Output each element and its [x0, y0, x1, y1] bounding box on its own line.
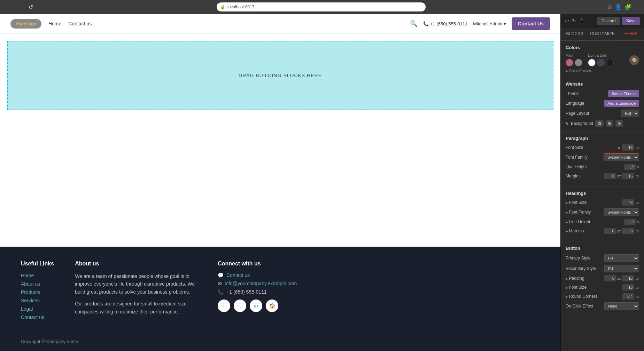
color-swatch-darkest[interactable]: [606, 59, 614, 66]
colors-row: Main Light & Dark 🎨: [566, 54, 639, 66]
connect-email-link[interactable]: info@yourcompany.example.com: [225, 281, 297, 286]
back-button[interactable]: ←: [4, 2, 14, 12]
paragraph-font-size-expand[interactable]: [618, 145, 621, 150]
color-swatch-pink[interactable]: [566, 59, 573, 66]
light-dark-label: Light & Dark: [588, 54, 614, 57]
browser-nav-buttons: ← → ↺: [4, 2, 35, 12]
button-font-size-label[interactable]: Font Size: [566, 285, 587, 290]
headings-margin-bottom-input[interactable]: [622, 228, 634, 234]
headings-line-height-input[interactable]: [624, 219, 636, 225]
color-swatch-gray[interactable]: [575, 59, 582, 66]
paragraph-line-height-row: Line Height ×: [566, 164, 639, 170]
button-padding-row: Padding px px: [566, 275, 639, 281]
button-round-corners-unit: px: [635, 295, 639, 298]
button-font-size-input[interactable]: [622, 284, 634, 290]
redo-icon[interactable]: ↻: [572, 18, 576, 24]
tab-customize[interactable]: CUSTOMIZE: [589, 28, 616, 40]
address-bar[interactable]: 🔒 localhost:8017: [217, 2, 426, 11]
logo-oval: YourLogo: [10, 19, 41, 29]
search-icon[interactable]: 🔍: [410, 20, 418, 27]
main-color-swatches: [566, 59, 582, 66]
save-button[interactable]: Save: [622, 17, 640, 25]
footer-useful-links-title: Useful Links: [21, 261, 54, 267]
link-about[interactable]: About us: [21, 281, 40, 287]
button-round-corners-input[interactable]: [622, 293, 634, 300]
headings-font-size-label[interactable]: Font Size: [566, 200, 587, 205]
paragraph-font-family-select[interactable]: System Fonts: [604, 153, 639, 161]
link-products[interactable]: Products: [21, 289, 40, 295]
main-colors-label: Main: [566, 54, 582, 57]
paragraph-line-height-input[interactable]: [624, 164, 636, 170]
headings-font-family-select[interactable]: System Fonts: [604, 208, 639, 216]
colors-title: Colors: [566, 45, 639, 50]
headings-font-size-input[interactable]: [622, 199, 634, 206]
list-item: Products: [21, 289, 54, 295]
link-services[interactable]: Services: [21, 298, 40, 303]
headings-margins-label[interactable]: Margins: [566, 229, 584, 233]
tab-blocks[interactable]: BLOCKS: [561, 28, 589, 40]
paragraph-margin-bottom-input[interactable]: [622, 173, 634, 179]
headings-line-height-label[interactable]: Line Height: [566, 220, 590, 224]
tab-theme[interactable]: THEME: [616, 28, 644, 40]
button-padding-h-input[interactable]: [622, 275, 634, 281]
linkedin-icon[interactable]: in: [250, 300, 262, 312]
home-icon[interactable]: 🏠: [266, 300, 278, 312]
twitter-icon[interactable]: t: [234, 300, 246, 312]
footer-main: Useful Links Home About us Products Serv…: [21, 261, 540, 322]
email-icon: ✉: [218, 281, 222, 286]
connect-contact-link[interactable]: Contact us: [226, 272, 250, 278]
discard-button[interactable]: Discard: [597, 17, 620, 25]
headings-font-family-label[interactable]: Font Family: [566, 210, 591, 215]
link-home[interactable]: Home: [21, 273, 34, 278]
page-layout-select[interactable]: Full: [621, 110, 639, 117]
facebook-icon[interactable]: f: [218, 300, 230, 312]
button-primary-style-select[interactable]: Fill: [604, 254, 639, 262]
link-contact[interactable]: Contact us: [21, 314, 44, 320]
button-round-corners-label[interactable]: Round Corners: [566, 294, 597, 299]
button-font-size-row: Font Size px: [566, 284, 639, 290]
bookmark-icon[interactable]: ☆: [607, 4, 612, 10]
about-para-2: Our products are designed for small to m…: [75, 300, 197, 316]
user-menu[interactable]: Mitchell Admin ▾: [473, 21, 506, 26]
nav-home[interactable]: Home: [48, 21, 61, 26]
headings-margin-top-input[interactable]: [604, 228, 616, 234]
button-padding-label[interactable]: Padding: [566, 276, 584, 281]
profile-icon[interactable]: 👤: [615, 4, 622, 10]
nav-contact[interactable]: Contact us: [68, 21, 92, 26]
paragraph-margins-value-group: px px: [604, 173, 639, 179]
bg-grid-button[interactable]: ⊞: [606, 120, 613, 127]
forward-button[interactable]: →: [15, 2, 25, 12]
color-swatch-white[interactable]: [588, 59, 596, 66]
menu-icon[interactable]: ⋮: [634, 4, 640, 10]
paragraph-margin-top-input[interactable]: [604, 173, 616, 179]
bg-clear-button[interactable]: ⊗: [615, 120, 623, 127]
theme-label: Theme: [566, 91, 579, 96]
phone-icon: 📞: [218, 289, 224, 295]
contact-us-button[interactable]: Contact Us: [512, 17, 550, 30]
copyright-text: Copyright © Company name: [21, 339, 78, 344]
button-round-corners-row: Round Corners px: [566, 293, 639, 300]
footer-about: About us We are a team of passionate peo…: [75, 261, 197, 322]
color-palette-button[interactable]: 🎨: [629, 55, 639, 65]
link-legal[interactable]: Legal: [21, 306, 33, 312]
color-presets-link[interactable]: Color Presets: [566, 69, 639, 73]
add-language-button[interactable]: Add a Language: [604, 100, 639, 107]
reload-button[interactable]: ↺: [26, 2, 35, 12]
button-padding-v-input[interactable]: [604, 275, 616, 281]
button-on-click-select[interactable]: None: [604, 302, 639, 310]
bg-image-button[interactable]: 🖼: [595, 120, 604, 127]
switch-theme-button[interactable]: Switch Theme: [608, 90, 639, 97]
button-secondary-style-select[interactable]: Fill: [604, 265, 639, 272]
paragraph-font-size-value-group: px: [618, 144, 639, 151]
theme-row: Theme Switch Theme: [566, 90, 639, 97]
browser-right-icons: ☆ 👤 🧩 ⋮: [607, 4, 640, 10]
button-font-size-unit: px: [635, 286, 639, 289]
paragraph-font-size-input[interactable]: [622, 144, 634, 151]
paragraph-line-height-label: Line Height: [566, 165, 587, 169]
paragraph-font-family-row: Font Family System Fonts: [566, 153, 639, 161]
undo-icon[interactable]: ↩: [565, 18, 569, 24]
extensions-icon[interactable]: 🧩: [624, 4, 631, 10]
mobile-icon[interactable]: 📱: [579, 18, 585, 24]
color-swatch-dark[interactable]: [597, 59, 605, 66]
chat-icon: 💬: [218, 272, 224, 278]
